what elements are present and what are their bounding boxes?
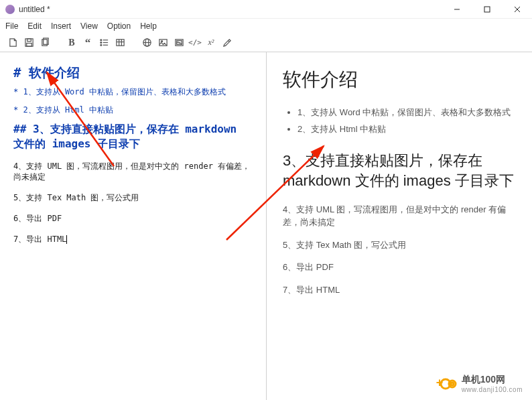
watermark-name: 单机100网 bbox=[462, 374, 505, 385]
svg-point-23 bbox=[161, 41, 162, 42]
watermark-logo: 单机100网 www.danji100.com bbox=[438, 374, 523, 393]
watermark-domain: www.danji100.com bbox=[462, 386, 523, 393]
menu-file[interactable]: File bbox=[5, 21, 18, 31]
svg-point-30 bbox=[451, 383, 454, 385]
minimize-button[interactable] bbox=[442, 0, 472, 19]
editor-li2: * 2、支持从 Html 中粘贴 bbox=[13, 104, 253, 117]
svg-rect-1 bbox=[484, 7, 490, 12]
copy-button[interactable] bbox=[38, 36, 52, 50]
preview-list: 1、支持从 Word 中粘贴，保留图片、表格和大多数格式 2、支持从 Html … bbox=[283, 105, 516, 137]
svg-rect-15 bbox=[116, 40, 123, 46]
preview-li1: 1、支持从 Word 中粘贴，保留图片、表格和大多数格式 bbox=[297, 105, 516, 121]
toolbar: B “ </> x² bbox=[0, 34, 532, 52]
editor-p5: 5、支持 Tex Math 图，写公式用 bbox=[13, 192, 253, 204]
format-button[interactable] bbox=[220, 36, 235, 50]
svg-point-9 bbox=[100, 40, 101, 41]
menu-edit[interactable]: Edit bbox=[27, 21, 42, 31]
editor-p4: 4、支持 UML 图，写流程图用，但是对中文的 render 有偏差，尚未搞定 bbox=[13, 161, 253, 184]
new-file-button[interactable] bbox=[5, 36, 20, 50]
svg-point-11 bbox=[100, 42, 101, 44]
menubar: File Edit Insert View Option Help bbox=[0, 19, 532, 34]
table-button[interactable] bbox=[113, 36, 127, 50]
window-title: untitled * bbox=[19, 5, 50, 14]
svg-rect-5 bbox=[27, 39, 31, 42]
svg-point-13 bbox=[100, 44, 101, 46]
editor-h2: ## 3、支持直接粘贴图片，保存在 markdown 文件的 images 子目… bbox=[13, 122, 253, 151]
app-icon bbox=[5, 5, 15, 14]
close-button[interactable] bbox=[502, 0, 532, 19]
save-button[interactable] bbox=[21, 36, 36, 50]
math-button[interactable]: x² bbox=[204, 36, 218, 50]
preview-p7: 7、导出 HTML bbox=[283, 283, 516, 297]
preview-li2: 2、支持从 Html 中粘贴 bbox=[297, 121, 516, 138]
preview-p6: 6、导出 PDF bbox=[283, 261, 516, 274]
image-folder-button[interactable] bbox=[172, 36, 186, 50]
window-titlebar: untitled * bbox=[0, 0, 532, 19]
preview-pane: 软件介绍 1、支持从 Word 中粘贴，保留图片、表格和大多数格式 2、支持从 … bbox=[266, 52, 532, 400]
menu-insert[interactable]: Insert bbox=[51, 21, 71, 31]
text-cursor bbox=[66, 235, 67, 244]
bold-button[interactable]: B bbox=[64, 36, 79, 50]
editor-pane[interactable]: # 软件介绍 * 1、支持从 Word 中粘贴，保留图片、表格和大多数格式 * … bbox=[0, 52, 266, 400]
menu-view[interactable]: View bbox=[80, 21, 98, 31]
svg-rect-6 bbox=[26, 43, 31, 46]
code-button[interactable]: </> bbox=[188, 36, 202, 50]
preview-h1: 软件介绍 bbox=[283, 67, 516, 92]
preview-p4: 4、支持 UML 图，写流程图用，但是对中文的 render 有偏差，尚未搞定 bbox=[283, 203, 516, 229]
annotation-arrow bbox=[40, 66, 121, 173]
preview-h2: 3、支持直接粘贴图片，保存在 markdown 文件的 images 子目录下 bbox=[283, 151, 516, 190]
editor-p7: 7、导出 HTML bbox=[13, 234, 253, 245]
menu-option[interactable]: Option bbox=[107, 21, 131, 31]
maximize-button[interactable] bbox=[472, 0, 502, 19]
editor-li1: * 1、支持从 Word 中粘贴，保留图片、表格和大多数格式 bbox=[13, 86, 253, 98]
preview-p5: 5、支持 Tex Math 图，写公式用 bbox=[283, 239, 516, 252]
editor-h1: # 软件介绍 bbox=[13, 64, 253, 82]
link-button[interactable] bbox=[139, 36, 154, 50]
menu-help[interactable]: Help bbox=[140, 21, 157, 31]
editor-p6: 6、导出 PDF bbox=[13, 213, 253, 224]
image-button[interactable] bbox=[155, 36, 170, 50]
quote-button[interactable]: “ bbox=[80, 36, 95, 50]
list-button[interactable] bbox=[96, 36, 111, 50]
